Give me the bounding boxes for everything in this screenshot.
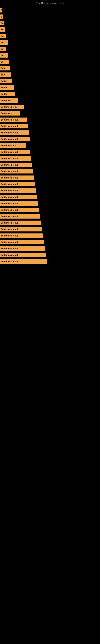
bar-label: Bot <box>0 41 5 44</box>
bar-row: Bottleneck result <box>0 194 100 200</box>
bar-label: Bott <box>0 67 6 70</box>
bar-row: Bottleneck result <box>0 136 100 142</box>
bar-label: Bottleneck result <box>0 234 19 237</box>
bar-row: Bot <box>0 59 100 64</box>
bar-row: Bottleneck result <box>0 214 100 219</box>
bar-row: Bottleneck result <box>0 130 100 135</box>
bar-label: Bottleneck result <box>0 228 19 230</box>
bar: Bottleneck resu <box>0 143 26 148</box>
bar: Bottleneck result <box>0 234 43 238</box>
bar: Bottleneck result <box>0 118 27 122</box>
bar: Bottleneck result <box>0 259 47 264</box>
bar: Bottleneck result <box>0 150 30 154</box>
bar-label: Bottleneck result <box>0 125 19 128</box>
bar: Bottleneck result <box>0 156 31 160</box>
bar: Bottleneck result <box>0 253 46 257</box>
bar-label: Bo <box>0 22 4 24</box>
bar-row: Bottleneck result <box>0 156 100 161</box>
bar-row: Bottleneck result <box>0 124 100 129</box>
bar-label: Bott <box>0 74 6 76</box>
bar-label: Bottleneck resu <box>0 106 18 108</box>
bar-row: B <box>0 14 100 19</box>
bar-label: Bottleneck result <box>0 222 19 224</box>
bar-label: Bot <box>0 60 5 63</box>
bar-label: Bottleneck result <box>0 138 19 140</box>
bar-label: Bottleneck result <box>0 170 19 172</box>
bar-row: Bottleneck resu <box>0 104 100 110</box>
bar-label: Bo <box>0 54 4 56</box>
bar-label: Bottleneck result <box>0 209 19 211</box>
bar-row: Bottleneck result <box>0 259 100 264</box>
bar: Bo <box>0 47 6 51</box>
bar-label: Bottleneck result <box>0 132 19 134</box>
bar: Bottleneck result <box>0 169 33 174</box>
bar-row: Bott <box>0 72 100 77</box>
bar-row: Bottleneck result <box>0 117 100 122</box>
bar: Bottleneck result <box>0 162 32 167</box>
bar-row: Bottle <box>0 91 100 96</box>
bar: Bo <box>0 34 6 38</box>
bar-label: Bottleneck result <box>0 215 19 218</box>
bar-row: Bottleneck result <box>0 233 100 238</box>
bar: Bottleneck result <box>0 176 34 180</box>
bar-row: Bottleneck result <box>0 175 100 180</box>
bar-label: Bottleneck r <box>0 112 14 114</box>
bar: Bottleneck result <box>0 195 37 199</box>
bar-label: Bottle <box>0 93 7 95</box>
bar-label: Bottle <box>0 80 7 82</box>
bar: Bottleneck result <box>0 220 41 225</box>
bar-row: Bottleneck result <box>0 240 100 245</box>
bar-row: Bottleneck result <box>0 201 100 206</box>
bar: Bottle <box>0 92 15 96</box>
bar-row: Bottle <box>0 85 100 90</box>
bar-label: Bottleneck result <box>0 247 19 250</box>
bar-label: Bottleneck result <box>0 151 19 153</box>
bar-row: Bottleneck result <box>0 182 100 187</box>
bar: Bottleneck result <box>0 130 29 135</box>
bar-row: Bo <box>0 53 100 58</box>
bar: Bottleneck result <box>0 227 42 232</box>
bar-row: Bottleneck result <box>0 162 100 168</box>
bar-row: Bott <box>0 66 100 71</box>
bar-label: Bottleneck result <box>0 164 19 166</box>
bar-label: B <box>0 9 1 12</box>
bar: Bottleneck result <box>0 182 35 186</box>
bar: Bottle <box>0 85 14 90</box>
bar-label: Bottleneck result <box>0 196 19 198</box>
bar-row: Bottleneck result <box>0 169 100 174</box>
bar: Bottleneck result <box>0 188 36 193</box>
bar-row: Bottleneck resu <box>0 143 100 148</box>
bar: Bottleneck result <box>0 124 28 128</box>
bar-label: Bottleneck result <box>0 190 19 192</box>
bar: Bottleneck result <box>0 208 39 212</box>
bar: Bo <box>0 27 5 32</box>
bar-label: Bottleneck result <box>0 176 19 179</box>
bar-row: Bot <box>0 40 100 45</box>
bar-label: Bottleneck result <box>0 118 19 121</box>
bar-label: Bottle <box>0 86 7 89</box>
site-title: TheBottlenecker.com <box>0 0 100 6</box>
bar: Bottleneck r <box>0 111 20 116</box>
bar-row: Bottleneck result <box>0 252 100 258</box>
bar-row: Bo <box>0 27 100 32</box>
bar-row: Bottleneck result <box>0 246 100 251</box>
bar-label: B <box>0 16 3 18</box>
bar: Bo <box>0 53 8 58</box>
bar: Bottle <box>0 79 12 83</box>
bars-container: BBBoBoBoBotBoBoBotBottBottBottleBottleBo… <box>0 6 100 265</box>
bar-label: Bottleneck result <box>0 202 19 205</box>
bar-label: Bo <box>0 35 4 37</box>
bar: Bottleneck result <box>0 246 45 251</box>
bar: Bottleneck result <box>0 201 38 206</box>
bar-row: Bottleneck result <box>0 207 100 212</box>
bar: Bott <box>0 66 10 70</box>
bar: Bottleneck result <box>0 137 30 141</box>
bar-label: Bottleneck resu <box>0 144 18 147</box>
bar: B <box>0 8 1 12</box>
bar-row: Bo <box>0 46 100 52</box>
bar: Bot <box>0 60 9 64</box>
bar-row: Bottleneck result <box>0 188 100 193</box>
bar: Bottleneck resu <box>0 105 24 109</box>
bar-label: Bottleneck result <box>0 260 19 263</box>
bar-row: Bo <box>0 34 100 39</box>
